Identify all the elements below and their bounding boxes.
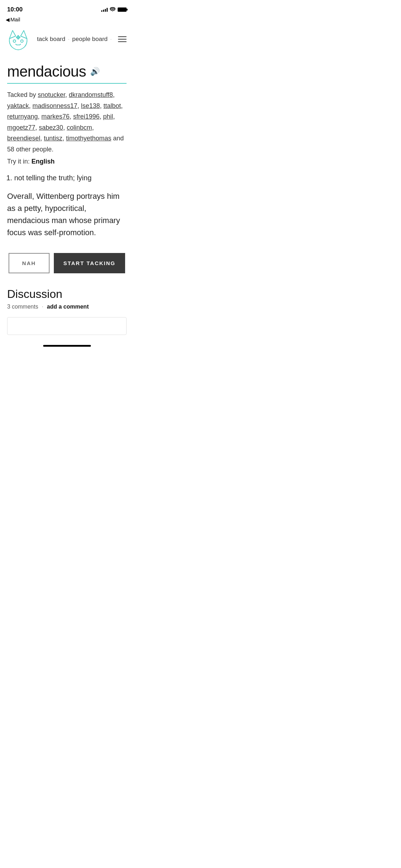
discussion-meta-dot: · [42,304,43,310]
try-it-text: Try it in: English [7,158,127,165]
action-buttons: NAH START TACKING [7,253,127,273]
tacker-sabez30[interactable]: sabez30 [39,124,63,131]
hamburger-line-2 [118,39,127,40]
status-bar: 10:00 [0,0,134,16]
home-indicator [0,342,134,348]
people-board-link[interactable]: people board [71,35,109,43]
nav-separator-1: · [68,37,69,42]
tacker-markes76[interactable]: markes76 [41,113,70,120]
try-it-language[interactable]: English [31,158,55,165]
comments-count: 3 comments [7,304,38,310]
navbar: tack board · people board · [0,24,134,55]
tacker-timothyethomas[interactable]: timothyethomas [66,135,111,142]
tacker-ttalbot[interactable]: ttalbot [103,102,121,109]
svg-marker-1 [21,31,27,39]
app-logo[interactable] [6,27,31,52]
tacker-tuntisz[interactable]: tuntisz [44,135,62,142]
word-title: mendacious [7,63,86,80]
back-link[interactable]: ◀ Mail [0,16,134,24]
tacker-phil[interactable]: phil [103,113,113,120]
wifi-icon [110,7,115,12]
main-content: mendacious 🔊 Tacked by snotucker, dkrand… [0,55,134,273]
start-tacking-button[interactable]: START TACKING [54,253,125,273]
tacker-returnyang[interactable]: returnyang [7,113,38,120]
hamburger-line-3 [118,41,127,42]
example-sentence: Overall, Wittenberg portrays him as a pe… [7,190,127,239]
back-label: Mail [10,16,20,22]
tack-board-link[interactable]: tack board [36,35,67,43]
tacker-breendiesel[interactable]: breendiesel [7,135,40,142]
status-icons [101,7,127,12]
word-divider [7,83,127,84]
battery-icon [118,7,127,12]
svg-point-3 [21,40,23,42]
tacked-by-prefix: Tacked by [7,91,38,98]
definition-list: not telling the truth; lying [7,172,127,183]
svg-point-2 [13,40,16,42]
tacker-colinbcm[interactable]: colinbcm [67,124,92,131]
svg-marker-0 [10,31,16,39]
signal-icon [101,7,108,12]
status-time: 10:00 [7,6,22,13]
nah-button[interactable]: NAH [9,253,50,273]
hamburger-menu-button[interactable] [117,35,128,43]
nav-separator-2: · [110,37,112,42]
discussion-meta: 3 comments · add a comment [7,304,127,310]
sound-icon[interactable]: 🔊 [90,67,100,76]
definition-item-1: not telling the truth; lying [14,172,127,183]
home-bar [43,345,91,347]
tacker-madisonness17[interactable]: madisonness17 [32,102,77,109]
hamburger-line-1 [118,36,127,37]
tacker-yaktack[interactable]: yaktack [7,102,29,109]
comment-input-box[interactable] [7,317,127,335]
tacker-mgoetz77[interactable]: mgoetz77 [7,124,35,131]
try-it-prefix: Try it in: [7,158,31,165]
add-comment-link[interactable]: add a comment [47,304,89,310]
tacker-sfrei1996[interactable]: sfrei1996 [73,113,99,120]
tacker-lse138[interactable]: lse138 [81,102,100,109]
tacker-snotucker[interactable]: snotucker [38,91,65,98]
word-header: mendacious 🔊 [7,63,127,80]
discussion-title: Discussion [7,288,127,301]
tacked-by-paragraph: Tacked by snotucker, dkrandomstuff8, yak… [7,89,127,155]
discussion-section: Discussion 3 comments · add a comment [0,288,134,310]
back-chevron-icon: ◀ [6,17,10,22]
nav-links: tack board · people board · [31,35,117,43]
tacker-dkrandomstuff8[interactable]: dkrandomstuff8 [69,91,113,98]
